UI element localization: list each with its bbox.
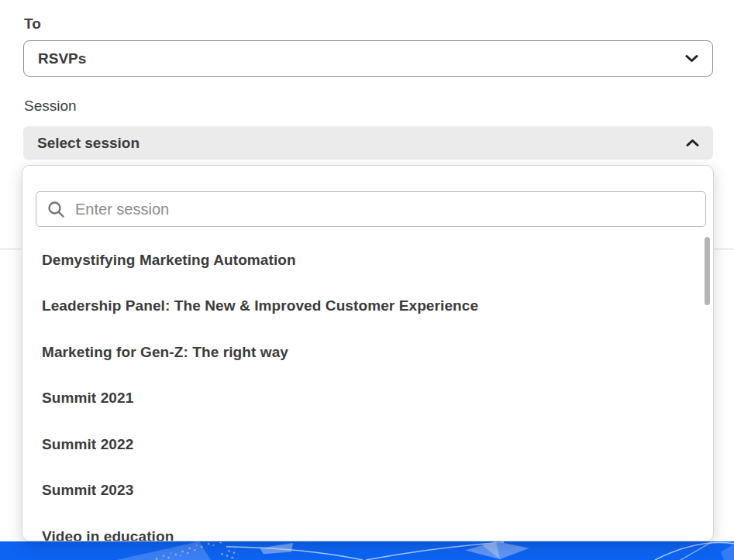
- dropdown-scrollbar[interactable]: [705, 237, 710, 305]
- search-icon: [47, 201, 65, 218]
- session-option[interactable]: Summit 2022: [22, 421, 713, 468]
- session-dropdown-panel: Demystifying Marketing Automation Leader…: [22, 165, 714, 541]
- to-label: To: [24, 15, 41, 33]
- session-option[interactable]: Video in education: [22, 514, 713, 541]
- session-option[interactable]: Marketing for Gen-Z: The right way: [22, 329, 713, 376]
- session-options-list: Demystifying Marketing Automation Leader…: [22, 237, 713, 541]
- session-option[interactable]: Leadership Panel: The New & Improved Cus…: [22, 283, 713, 330]
- banner-decoration-graphic: [0, 541, 734, 560]
- session-select-value: Select session: [37, 135, 686, 152]
- to-select-value: RSVPs: [38, 50, 685, 67]
- chevron-down-icon: [685, 52, 698, 66]
- session-option[interactable]: Summit 2021: [22, 376, 713, 422]
- session-search-field[interactable]: [36, 191, 706, 227]
- session-label: Session: [24, 98, 77, 115]
- session-option[interactable]: Demystifying Marketing Automation: [22, 237, 713, 283]
- to-select[interactable]: RSVPs: [23, 40, 713, 77]
- email-compose-form: To RSVPs Session Select session: [0, 0, 734, 560]
- session-search-input[interactable]: [75, 201, 696, 218]
- session-select[interactable]: Select session: [23, 126, 713, 160]
- session-option[interactable]: Summit 2023: [22, 468, 713, 514]
- page-bottom-banner: [0, 541, 734, 560]
- chevron-up-icon: [686, 136, 699, 150]
